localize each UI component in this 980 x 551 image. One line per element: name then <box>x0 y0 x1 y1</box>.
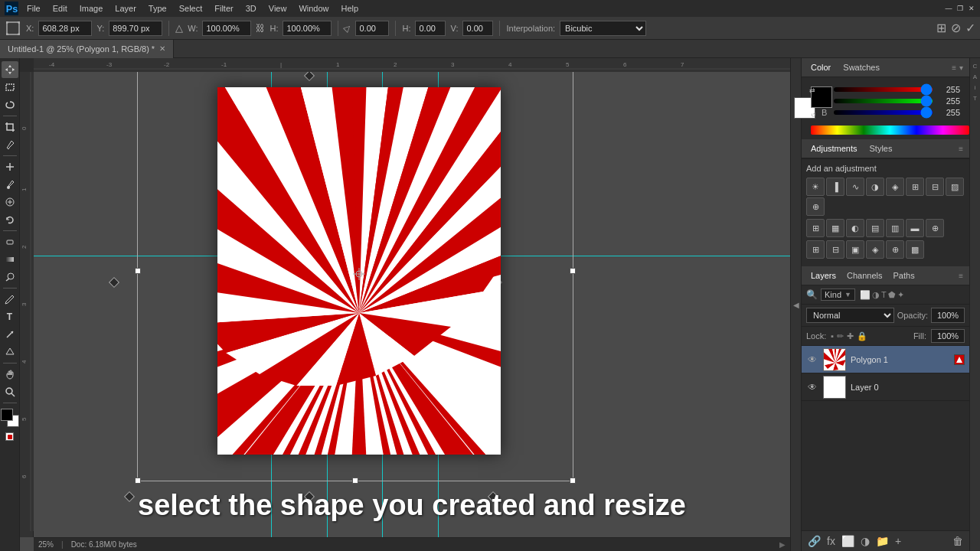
handle-bc[interactable] <box>352 478 358 484</box>
adj-curves-icon[interactable]: ∿ <box>846 178 864 196</box>
lock-transparent-icon[interactable]: ▪ <box>831 331 834 341</box>
path-select-tool[interactable] <box>2 326 18 343</box>
rotate-input[interactable] <box>355 21 389 36</box>
tab-channels[interactable]: Channels <box>844 269 885 282</box>
layer-adjustment-btn[interactable]: ◑ <box>859 533 871 549</box>
adj-colorbalance-icon[interactable]: ⊟ <box>926 178 944 196</box>
history-tool[interactable] <box>2 211 18 228</box>
link-icon[interactable]: ⛓ <box>256 23 265 34</box>
link-layers-btn[interactable]: 🔗 <box>806 533 822 549</box>
layer-item-polygon1[interactable]: 👁 <box>802 346 969 373</box>
menu-3d[interactable]: 3D <box>240 2 262 15</box>
adj-icon3[interactable]: ▣ <box>846 240 864 259</box>
warp-icon[interactable]: ⊞ <box>936 21 946 35</box>
tab-paths[interactable]: Paths <box>890 269 918 282</box>
adj-selectivecolor-icon[interactable]: ⊕ <box>926 219 944 237</box>
w-input[interactable] <box>202 21 251 36</box>
kind-type-icon[interactable]: T <box>881 290 887 300</box>
kind-smart-icon[interactable]: ✦ <box>897 290 904 300</box>
lock-position-icon[interactable]: ✚ <box>847 331 854 341</box>
menu-select[interactable]: Select <box>174 2 208 15</box>
adj-icon4[interactable]: ◈ <box>866 240 884 259</box>
heal-tool[interactable] <box>2 158 18 175</box>
type-tool[interactable]: T <box>2 308 18 325</box>
hand-tool[interactable] <box>2 366 18 383</box>
layer-visibility-layer0[interactable]: 👁 <box>806 381 818 393</box>
adj-channelmix-icon[interactable]: ⊞ <box>806 219 825 237</box>
canvas-inner[interactable]: select the shape you created and resize <box>34 72 790 537</box>
opacity-input[interactable] <box>931 308 965 323</box>
maximize-button[interactable]: ❐ <box>955 3 965 14</box>
panel-collapse-btn[interactable]: ◀ <box>790 58 801 551</box>
adj-bw-icon[interactable]: ▨ <box>946 178 964 196</box>
handle-ml[interactable] <box>135 268 141 274</box>
zoom-tool[interactable] <box>2 383 18 400</box>
reset-colors-icon[interactable]: ↺ <box>811 112 816 119</box>
clone-tool[interactable] <box>2 194 18 210</box>
confirm-transform-icon[interactable]: ✓ <box>965 21 975 35</box>
lasso-tool[interactable] <box>2 96 18 113</box>
tab-layers[interactable]: Layers <box>808 269 839 282</box>
menu-layer[interactable]: Layer <box>109 2 142 15</box>
eraser-tool[interactable] <box>2 233 18 250</box>
adj-photo-icon[interactable]: ⊕ <box>806 197 825 216</box>
layer-kind-filter[interactable]: Kind ▼ <box>821 289 855 301</box>
fg-bg-swatches[interactable]: ⇄ ↺ <box>811 86 815 119</box>
cancel-transform-icon[interactable]: ⊘ <box>951 21 961 35</box>
ext-handle-l[interactable] <box>109 277 119 288</box>
menu-help[interactable]: Help <box>336 2 364 15</box>
v-skew-input[interactable] <box>462 21 493 36</box>
kind-pixel-icon[interactable]: ⬜ <box>860 290 871 300</box>
eyedropper-tool[interactable] <box>2 136 18 153</box>
tab-adjustments[interactable]: Adjustments <box>808 142 861 155</box>
canvas-area[interactable]: -4 -3 -2 -1 | 1 2 3 4 5 6 7 <box>20 58 790 551</box>
adj-icon1[interactable]: ⊞ <box>806 240 825 259</box>
handle-br[interactable] <box>570 478 576 484</box>
tab-swatches[interactable]: Swatches <box>840 61 883 73</box>
document-tab[interactable]: Untitled-1 @ 25% (Polygon 1, RGB/8) * ✕ <box>0 40 174 58</box>
panel-color-icon[interactable]: C <box>971 61 980 70</box>
handle-bl[interactable] <box>135 478 141 484</box>
layer-visibility-polygon1[interactable]: 👁 <box>806 354 818 366</box>
layer-mask-btn[interactable]: ⬜ <box>840 533 856 549</box>
adj-hue-icon[interactable]: ⊞ <box>906 178 924 196</box>
kind-shape-icon[interactable]: ⬟ <box>888 290 896 300</box>
adj-exposure-icon[interactable]: ◑ <box>866 178 884 196</box>
adj-posterize-icon[interactable]: ▤ <box>866 219 884 237</box>
ext-handle-t[interactable] <box>304 72 315 81</box>
new-group-btn[interactable]: 📁 <box>874 533 890 549</box>
ext-handle-b[interactable] <box>304 491 315 502</box>
adj-levels-icon[interactable]: ▐ <box>826 178 844 196</box>
tab-styles[interactable]: Styles <box>867 142 896 155</box>
fg-bg-color-swatch[interactable] <box>1 409 19 427</box>
x-input[interactable] <box>38 21 92 36</box>
color-panel-collapse[interactable]: ▾ <box>959 64 963 72</box>
brush-tool[interactable] <box>2 176 18 193</box>
menu-file[interactable]: File <box>21 2 46 15</box>
delete-layer-btn[interactable]: 🗑 <box>951 533 965 549</box>
lock-pixels-icon[interactable]: ✏ <box>837 331 844 341</box>
swap-colors-icon[interactable]: ⇄ <box>809 86 815 94</box>
adj-panel-options[interactable]: ≡ <box>959 145 963 153</box>
close-button[interactable]: ✕ <box>966 3 977 14</box>
layers-panel-options[interactable]: ≡ <box>959 272 963 280</box>
h-input[interactable] <box>283 21 332 36</box>
panel-info-icon[interactable]: i <box>971 83 980 92</box>
move-tool[interactable] <box>2 61 18 78</box>
fill-input[interactable] <box>931 329 965 343</box>
layer-item-layer0[interactable]: 👁 Layer 0 <box>802 373 969 401</box>
menu-edit[interactable]: Edit <box>47 2 73 15</box>
ext-handle-br[interactable] <box>488 491 498 502</box>
tab-close-button[interactable]: ✕ <box>159 44 165 53</box>
menu-image[interactable]: Image <box>74 2 109 15</box>
adj-colorlookup-icon[interactable]: ▦ <box>826 219 844 237</box>
g-slider[interactable] <box>834 99 933 103</box>
menu-view[interactable]: View <box>263 2 292 15</box>
interpolation-select[interactable]: Bicubic Nearest Neighbor Bilinear Bicubi… <box>560 21 646 36</box>
lock-all-icon[interactable]: 🔒 <box>857 331 867 341</box>
minimize-button[interactable]: — <box>943 3 954 14</box>
menu-filter[interactable]: Filter <box>209 2 238 15</box>
adj-icon2[interactable]: ⊟ <box>826 240 844 259</box>
y-input[interactable] <box>109 21 162 36</box>
color-spectrum-bar[interactable] <box>811 126 969 135</box>
